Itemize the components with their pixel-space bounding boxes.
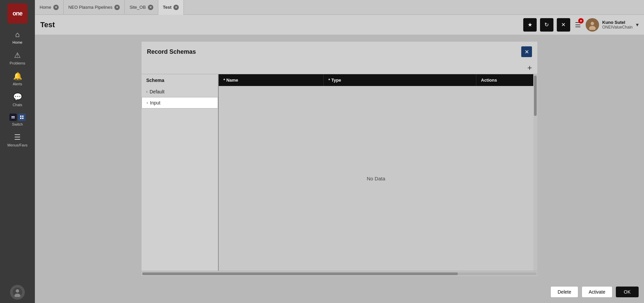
delete-button[interactable]: Delete xyxy=(550,286,578,298)
add-icon: + xyxy=(527,63,532,72)
activate-button[interactable]: Activate xyxy=(582,286,612,298)
warning-icon: ⚠ xyxy=(14,51,21,60)
tab-neo[interactable]: NEO Plasma Pipelines ✕ xyxy=(64,0,125,15)
close-page-button[interactable]: ✕ xyxy=(557,18,570,32)
sidebar-item-switch[interactable]: Switch xyxy=(0,110,35,130)
main-area: Home ✕ NEO Plasma Pipelines ✕ Site_OB ✕ … xyxy=(35,0,644,303)
bell-icon: 🔔 xyxy=(13,72,22,81)
close-panel-icon: ✕ xyxy=(525,49,529,55)
close-icon: ✕ xyxy=(561,21,566,28)
refresh-button[interactable]: ↻ xyxy=(540,18,553,32)
header-bar: Test ★ ↻ ✕ ☰ ★ Kuno Sutel ONEIValueChain… xyxy=(35,15,644,35)
panel-title: Record Schemas xyxy=(147,48,521,55)
tab-bar: Home ✕ NEO Plasma Pipelines ✕ Site_OB ✕ … xyxy=(35,0,644,15)
tab-site-ob-label: Site_OB xyxy=(129,5,146,10)
horizontal-scroll-thumb[interactable] xyxy=(142,272,458,275)
home-icon: ⌂ xyxy=(15,30,19,39)
refresh-icon: ↻ xyxy=(544,21,549,28)
vertical-scroll-thumb[interactable] xyxy=(534,76,537,116)
schema-item-input[interactable]: › Input xyxy=(142,97,218,109)
sidebar-label-home: Home xyxy=(12,40,22,44)
notification-badge: ★ xyxy=(578,18,584,24)
schema-item-input-label: Input xyxy=(150,100,160,105)
star-badge-icon: ★ xyxy=(580,19,582,23)
svg-rect-5 xyxy=(22,116,23,117)
schema-list: Schema › Default › Input xyxy=(142,74,219,271)
panel-header: Record Schemas ✕ xyxy=(142,42,537,62)
user-info: Kuno Sutel ONEIValueChain xyxy=(602,20,633,30)
tab-site-ob-close[interactable]: ✕ xyxy=(148,5,153,10)
svg-rect-4 xyxy=(20,116,21,117)
schema-column-header: Schema xyxy=(142,74,218,86)
chevron-right-icon-input: › xyxy=(147,100,148,105)
sidebar-user-avatar[interactable] xyxy=(10,285,25,300)
tab-test-label: Test xyxy=(163,5,172,10)
svg-rect-0 xyxy=(11,115,15,119)
sidebar-item-chats[interactable]: 💬 Chats xyxy=(0,89,35,110)
tab-neo-close[interactable]: ✕ xyxy=(114,5,120,10)
tab-test[interactable]: Test ✕ xyxy=(158,0,184,15)
footer-bar: Delete Activate OK xyxy=(35,283,644,301)
sidebar-label-problems: Problems xyxy=(10,61,25,65)
tab-home-label: Home xyxy=(40,5,51,10)
table-body: No Data xyxy=(219,86,533,271)
user-org: ONEIValueChain xyxy=(602,25,633,30)
chat-icon: 💬 xyxy=(13,93,22,101)
horizontal-scrollbar-area xyxy=(142,271,537,276)
sidebar-label-switch: Switch xyxy=(12,122,23,126)
svg-rect-7 xyxy=(22,118,23,119)
sidebar-item-problems[interactable]: ⚠ Problems xyxy=(0,48,35,69)
svg-rect-1 xyxy=(11,116,15,117)
sidebar-bottom xyxy=(0,285,35,300)
sidebar-label-chats: Chats xyxy=(13,103,22,107)
app-logo[interactable]: one xyxy=(7,3,28,24)
svg-rect-2 xyxy=(11,118,15,118)
sidebar-item-home[interactable]: ⌂ Home xyxy=(0,27,35,48)
sidebar-item-menus[interactable]: ☰ Menus/Favs xyxy=(0,130,35,150)
svg-rect-6 xyxy=(20,118,21,119)
col-header-name: * Name xyxy=(219,74,324,86)
chevron-right-icon: › xyxy=(146,89,148,94)
col-header-actions: Actions xyxy=(476,74,533,86)
table-header-row: * Name * Type Actions xyxy=(219,74,533,86)
tab-home-close[interactable]: ✕ xyxy=(53,5,59,10)
sidebar: one ⌂ Home ⚠ Problems 🔔 Alerts 💬 Chats S… xyxy=(0,0,35,303)
panel-add-row: + xyxy=(142,62,537,74)
tab-neo-label: NEO Plasma Pipelines xyxy=(68,5,113,10)
tab-test-close[interactable]: ✕ xyxy=(173,5,179,10)
tab-home[interactable]: Home ✕ xyxy=(35,0,64,15)
svg-point-9 xyxy=(16,289,19,293)
star-button[interactable]: ★ xyxy=(523,18,537,32)
schema-item-default[interactable]: › Default xyxy=(142,86,218,97)
table-container: Schema › Default › Input * Name xyxy=(142,74,537,271)
content-area: Record Schemas ✕ + Schema xyxy=(35,35,644,303)
switch-icon-left xyxy=(9,114,17,121)
sidebar-label-alerts: Alerts xyxy=(13,82,22,86)
notification-wrap: ☰ ★ xyxy=(574,19,582,30)
switch-icon-right xyxy=(18,114,25,121)
vertical-scrollbar[interactable] xyxy=(533,74,537,271)
col-header-type: * Type xyxy=(324,74,476,86)
no-data-label: No Data xyxy=(367,176,385,181)
tab-site-ob[interactable]: Site_OB ✕ xyxy=(125,0,158,15)
menu-icon: ☰ xyxy=(14,133,21,142)
add-schema-button[interactable]: + xyxy=(527,63,532,73)
star-icon: ★ xyxy=(528,21,532,28)
table-content: * Name * Type Actions No Data xyxy=(219,74,533,271)
svg-point-12 xyxy=(591,22,594,25)
horizontal-scrollbar-track[interactable] xyxy=(142,272,537,275)
record-schemas-panel: Record Schemas ✕ + Schema xyxy=(142,42,537,276)
user-name: Kuno Sutel xyxy=(602,20,633,25)
user-avatar[interactable] xyxy=(586,18,599,32)
ok-button[interactable]: OK xyxy=(616,287,639,297)
schema-item-default-label: Default xyxy=(150,89,164,94)
sidebar-label-menus: Menus/Favs xyxy=(7,143,28,147)
sidebar-item-alerts[interactable]: 🔔 Alerts xyxy=(0,69,35,89)
page-title: Test xyxy=(40,20,520,29)
user-dropdown-button[interactable]: ▾ xyxy=(636,21,639,28)
panel-close-button[interactable]: ✕ xyxy=(521,46,532,57)
